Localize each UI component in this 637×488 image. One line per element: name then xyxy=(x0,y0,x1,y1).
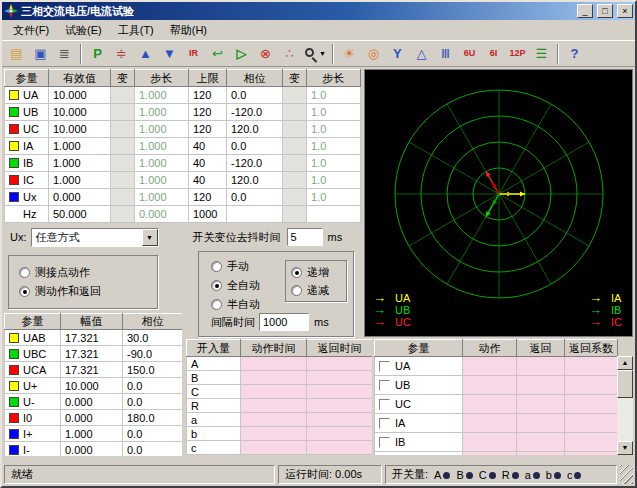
vary-toggle-cell[interactable] xyxy=(111,121,135,138)
interval-input[interactable] xyxy=(259,313,309,331)
rings-icon[interactable]: ◎ xyxy=(362,43,385,65)
upper-limit-cell[interactable]: 120 xyxy=(189,121,227,138)
vary-toggle-cell[interactable] xyxy=(111,104,135,121)
menu-item[interactable]: 帮助(H) xyxy=(162,21,215,40)
ir-icon[interactable]: IR xyxy=(182,43,205,65)
close-button[interactable]: × xyxy=(617,4,633,18)
open-icon[interactable]: ▤ xyxy=(5,43,28,65)
step-value-cell[interactable]: 1.000 xyxy=(135,87,189,104)
delta-icon[interactable]: △ xyxy=(410,43,433,65)
vary-toggle-cell[interactable] xyxy=(283,189,307,206)
rms-value-cell[interactable]: 10.000 xyxy=(49,121,111,138)
run-mode-option[interactable]: 手动 xyxy=(211,257,260,276)
phase-value-cell[interactable]: 120.0 xyxy=(227,121,283,138)
phasor-dots-icon[interactable]: ∴ xyxy=(278,43,301,65)
phase-value-cell[interactable]: 0.0 xyxy=(227,138,283,155)
rms-value-cell[interactable]: 1.000 xyxy=(49,138,111,155)
vary-toggle-cell[interactable] xyxy=(111,172,135,189)
contact-mode-option[interactable]: 测动作和返回 xyxy=(19,282,147,301)
phase-step-cell[interactable]: 1.0 xyxy=(307,121,361,138)
chevron-down-icon[interactable]: ▼ xyxy=(142,229,158,246)
menu-item[interactable]: 试验(E) xyxy=(57,21,110,40)
upper-limit-cell[interactable]: 1000 xyxy=(189,206,227,223)
menu-item[interactable]: 工具(T) xyxy=(110,21,162,40)
minimize-button[interactable]: _ xyxy=(577,4,593,18)
step-value-cell[interactable]: 1.000 xyxy=(135,104,189,121)
scroll-thumb[interactable] xyxy=(617,370,633,398)
run-mode-option[interactable]: 半自动 xyxy=(211,295,260,314)
phase-step-cell[interactable]: 1.0 xyxy=(307,87,361,104)
bars-icon[interactable]: Ⅲ xyxy=(434,43,457,65)
phase-value-cell[interactable]: 0.0 xyxy=(227,189,283,206)
upper-limit-cell[interactable]: 40 xyxy=(189,172,227,189)
phase-value-cell[interactable]: 120.0 xyxy=(227,172,283,189)
phase-value-cell[interactable]: -120.0 xyxy=(227,155,283,172)
step-value-cell[interactable]: 1.000 xyxy=(135,138,189,155)
upper-limit-cell[interactable]: 120 xyxy=(189,87,227,104)
resize-grip[interactable] xyxy=(620,465,633,484)
six-u-icon[interactable]: 6U xyxy=(458,43,481,65)
vary-toggle-cell[interactable] xyxy=(111,189,135,206)
direction-option[interactable]: 递减 xyxy=(291,281,341,299)
rms-value-cell[interactable]: 0.000 xyxy=(49,189,111,206)
zoom-icon[interactable]: ▼ xyxy=(302,43,328,65)
step-value-cell[interactable]: 1.000 xyxy=(135,172,189,189)
vary-toggle-cell[interactable] xyxy=(111,155,135,172)
ux-mode-select[interactable]: 任意方式 ▼ xyxy=(31,228,159,247)
phase-value-cell[interactable]: -120.0 xyxy=(227,104,283,121)
vary-toggle-cell[interactable] xyxy=(283,172,307,189)
scroll-down-icon[interactable]: ▼ xyxy=(617,441,633,455)
rms-value-cell[interactable]: 50.000 xyxy=(49,206,111,223)
six-i-icon[interactable]: 6I xyxy=(482,43,505,65)
wye-icon[interactable]: Y xyxy=(386,43,409,65)
phase-step-cell[interactable]: 1.0 xyxy=(307,155,361,172)
raise-icon[interactable]: ▲ xyxy=(134,43,157,65)
rms-value-cell[interactable]: 1.000 xyxy=(49,172,111,189)
print-icon[interactable]: ≣ xyxy=(53,43,76,65)
rms-value-cell[interactable]: 1.000 xyxy=(49,155,111,172)
step-value-cell[interactable]: 1.000 xyxy=(135,121,189,138)
balance-icon[interactable]: ≑ xyxy=(110,43,133,65)
checkbox[interactable] xyxy=(379,361,390,372)
vary-toggle-cell[interactable] xyxy=(283,138,307,155)
upper-limit-cell[interactable]: 120 xyxy=(189,104,227,121)
help-icon[interactable]: ? xyxy=(563,43,586,65)
menu-item[interactable]: 文件(F) xyxy=(5,21,57,40)
twelve-p-icon[interactable]: 12P xyxy=(506,43,529,65)
p-setting-icon[interactable]: P xyxy=(86,43,109,65)
vary-toggle-cell[interactable] xyxy=(283,104,307,121)
run-mode-option[interactable]: 全自动 xyxy=(211,276,260,295)
vary-toggle-cell[interactable] xyxy=(111,206,135,223)
checkbox[interactable] xyxy=(379,437,390,448)
vary-toggle-cell[interactable] xyxy=(111,87,135,104)
rms-value-cell[interactable]: 10.000 xyxy=(49,104,111,121)
contact-mode-option[interactable]: 测接点动作 xyxy=(19,263,147,282)
undo-icon[interactable]: ↩ xyxy=(206,43,229,65)
phase-step-cell[interactable]: 1.0 xyxy=(307,104,361,121)
phase-step-cell[interactable] xyxy=(307,206,361,223)
step-value-cell[interactable]: 1.000 xyxy=(135,155,189,172)
scrollbar[interactable]: ▲ ▼ xyxy=(617,356,633,455)
step-value-cell[interactable]: 1.000 xyxy=(135,189,189,206)
phase-step-cell[interactable]: 1.0 xyxy=(307,138,361,155)
scroll-up-icon[interactable]: ▲ xyxy=(617,356,633,370)
phase-value-cell[interactable] xyxy=(227,206,283,223)
lower-icon[interactable]: ▼ xyxy=(158,43,181,65)
phase-step-cell[interactable]: 1.0 xyxy=(307,189,361,206)
checkbox[interactable] xyxy=(379,399,390,410)
save-icon[interactable]: ▣ xyxy=(29,43,52,65)
sun-icon[interactable]: ☀ xyxy=(338,43,361,65)
maximize-button[interactable]: □ xyxy=(597,4,613,18)
upper-limit-cell[interactable]: 120 xyxy=(189,189,227,206)
phase-value-cell[interactable]: 0.0 xyxy=(227,87,283,104)
checkbox[interactable] xyxy=(379,418,390,429)
vary-toggle-cell[interactable] xyxy=(283,87,307,104)
vary-toggle-cell[interactable] xyxy=(111,138,135,155)
upper-limit-cell[interactable]: 40 xyxy=(189,138,227,155)
rms-value-cell[interactable]: 10.000 xyxy=(49,87,111,104)
vary-toggle-cell[interactable] xyxy=(283,206,307,223)
upper-limit-cell[interactable]: 40 xyxy=(189,155,227,172)
vary-toggle-cell[interactable] xyxy=(283,121,307,138)
phase-step-cell[interactable]: 1.0 xyxy=(307,172,361,189)
vary-toggle-cell[interactable] xyxy=(283,155,307,172)
